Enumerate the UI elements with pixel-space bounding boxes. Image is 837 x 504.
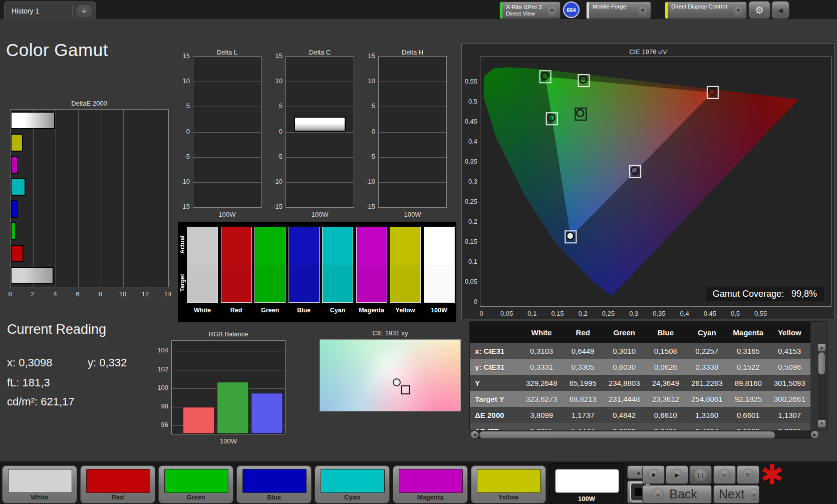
x-tick-label: 10 (117, 290, 129, 298)
pattern-button-green[interactable]: Green (158, 465, 233, 503)
deltae-bar-white (11, 267, 54, 284)
rgb-balance-chart (171, 340, 286, 434)
swatch-label: Blue (286, 307, 323, 314)
tab-divider (72, 5, 73, 18)
back-button[interactable]: « Back (642, 485, 712, 503)
actual-swatch-100w (424, 227, 455, 265)
gamut-coverage-value: 99,8% (791, 289, 817, 299)
gridline (286, 107, 354, 107)
pattern-button-magenta[interactable]: Magenta (393, 465, 468, 503)
pattern-source-dropdown[interactable]: Mobile Forge ▼ (586, 2, 651, 19)
pattern-swatch-cyan (321, 469, 385, 493)
target-point-icon (401, 385, 410, 394)
gridline (286, 157, 354, 158)
gridline (379, 132, 446, 133)
table-cell: 24,3649 (645, 375, 687, 391)
display-control-dropdown[interactable]: Direct Display Control ▼ (665, 2, 747, 19)
x-tick-label: 12 (139, 290, 151, 298)
collapse-panel-button[interactable]: ◀ (771, 1, 789, 19)
display-control-label: Direct Display Control (668, 2, 732, 10)
deltae-bar-yellow (11, 134, 23, 151)
table-horizontal-scrollbar[interactable]: ◀ ▶ (471, 431, 818, 439)
x-tick-label: 4 (49, 290, 61, 298)
play-button[interactable]: ▶ (666, 465, 688, 484)
column-header-white: White (521, 322, 563, 343)
x-label: x: (7, 356, 16, 369)
chevron-down-icon: ▼ (546, 5, 558, 17)
table-vertical-scrollbar[interactable]: ▲ ▼ (818, 344, 825, 427)
single-measure-button[interactable]: [·] (689, 465, 712, 484)
gridline (193, 107, 261, 107)
continuous-measure-button[interactable]: ∞ (713, 465, 736, 484)
results-table: WhiteRedGreenBlueCyanMagentaYellowx: CIE… (469, 321, 827, 430)
current-reading-cd: cd/m²: 621,17 (7, 395, 75, 408)
swatch-label: Red (218, 307, 255, 314)
cie1976-panel: CIE 1976 u'v' Gamut Coverage: 99,8% 0,55… (461, 43, 834, 319)
scroll-up-icon[interactable]: ▲ (818, 344, 825, 351)
target-swatch-magenta (356, 265, 387, 303)
horizontal-scroll-thumb[interactable] (479, 431, 775, 438)
y-tick-label: 10 (360, 77, 375, 85)
cd-label: cd/m²: (7, 395, 38, 408)
y-tick-label: -15 (175, 203, 190, 210)
refresh-button[interactable]: ↻ (737, 465, 759, 484)
pattern-button-label: Yellow (471, 493, 545, 501)
y-label: y: (88, 356, 96, 369)
scroll-down-icon[interactable]: ▼ (818, 420, 825, 427)
pattern-button-cyan[interactable]: Cyan (315, 465, 390, 503)
table-cell: 0,3338 (686, 359, 728, 375)
pattern-swatch-blue (242, 469, 307, 493)
gridline (172, 370, 285, 370)
table-cell: 3,0491 (645, 423, 687, 430)
table-cell: 3,0330 (769, 423, 810, 430)
swatch-label: Magenta (353, 307, 390, 314)
vertical-scroll-thumb[interactable] (818, 352, 825, 374)
cie-x-tick-label: 0,4 (675, 310, 695, 317)
pattern-button-red[interactable]: Red (80, 465, 155, 503)
pattern-button-yellow[interactable]: Yellow (471, 465, 546, 503)
column-header-green: Green (604, 322, 645, 343)
y-tick-label: 5 (175, 102, 190, 110)
rgb-bar-red (183, 407, 215, 434)
meter-dropdown[interactable]: X-Rite i1Pro 3 Direct View ▼ (499, 2, 561, 19)
gridline (193, 132, 261, 133)
next-label: Next (719, 487, 744, 501)
pattern-button-white[interactable]: White (2, 465, 77, 503)
y-tick-label: -10 (267, 178, 283, 185)
x-tick-label: 8 (94, 290, 106, 298)
table-cell: 0,3010 (604, 343, 645, 359)
settings-button[interactable]: ⚙ (748, 1, 770, 19)
stop-button[interactable]: ■ (642, 465, 665, 484)
cie-y-tick-label: 0,25 (462, 198, 477, 205)
table-cell: 0,3165 (728, 343, 769, 359)
next-button[interactable]: Next » (713, 485, 759, 503)
deltae-bar-magenta (11, 156, 18, 174)
page-title: Color Gamut (6, 40, 108, 60)
actual-row-label: Actual (179, 227, 186, 263)
arrow-up-icon: ▲ (636, 469, 642, 475)
table-cell: 68,8213 (563, 391, 604, 407)
tab-history-1[interactable]: History 1 + (4, 2, 96, 20)
cie-y-tick-label: 0,1 (462, 258, 477, 265)
table-cell: 231,4448 (604, 391, 645, 407)
deltae2000-chart (10, 109, 169, 287)
y-tick-label: -5 (360, 153, 375, 160)
delta_c-bar-100w (294, 117, 346, 132)
pattern-button-100w[interactable]: 100W (549, 463, 624, 504)
gridline (123, 110, 124, 287)
table-cell: 1,3160 (686, 407, 728, 423)
pattern-button-blue[interactable]: Blue (236, 465, 312, 503)
table-cell: 301,5093 (769, 375, 810, 391)
column-header-blue: Blue (645, 322, 687, 343)
add-tab-button[interactable]: + (76, 5, 93, 18)
swatch-label: Cyan (319, 307, 356, 314)
table-row: y: CIE310,33310,33050,60300,06260,33380,… (470, 359, 810, 375)
swatch-label: Yellow (387, 307, 424, 314)
deltae-bar-red (11, 245, 24, 262)
pattern-source-label: Mobile Forge (589, 2, 637, 10)
scroll-right-icon[interactable]: ▶ (811, 431, 818, 438)
y-tick-label: 0 (267, 128, 283, 135)
table-row: ΔE 20003,80991,17370,48420,66101,31600,6… (470, 407, 810, 423)
scroll-left-icon[interactable]: ◀ (471, 431, 478, 438)
meter-count-badge[interactable]: 664 (563, 2, 580, 18)
